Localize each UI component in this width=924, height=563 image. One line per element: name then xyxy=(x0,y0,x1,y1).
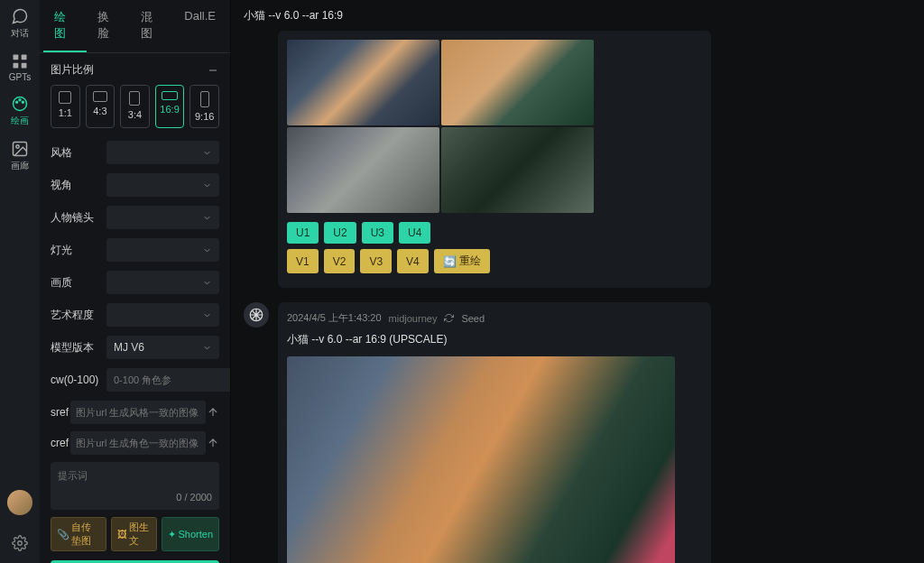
u1-button[interactable]: U1 xyxy=(287,222,319,244)
gear-icon xyxy=(12,535,28,551)
portrait-select[interactable] xyxy=(106,206,219,229)
chevron-down-icon xyxy=(202,148,212,158)
image-grid xyxy=(287,40,594,213)
sref-input[interactable] xyxy=(70,401,206,424)
chevron-down-icon xyxy=(202,245,212,255)
config-panel: 绘图 换脸 混图 Dall.E 图片比例 1:1 4:3 3:4 16:9 9:… xyxy=(40,0,231,563)
svg-rect-1 xyxy=(22,55,27,60)
style-select[interactable] xyxy=(106,141,219,164)
redraw-button[interactable]: 🔄 重绘 xyxy=(434,249,490,273)
cref-upload[interactable] xyxy=(206,431,219,455)
upload-icon xyxy=(207,406,219,419)
svg-rect-2 xyxy=(13,63,18,69)
refresh-icon[interactable] xyxy=(444,313,454,323)
user-avatar[interactable] xyxy=(7,490,32,515)
u2-button[interactable]: U2 xyxy=(324,222,356,244)
rail-gpts[interactable]: GPTs xyxy=(9,52,31,82)
chat-area: 小猫 --v 6.0 --ar 16:9 U1 U2 U3 U4 xyxy=(231,0,924,563)
minus-icon[interactable] xyxy=(207,64,219,77)
chevron-down-icon xyxy=(202,310,212,320)
upscaled-image[interactable] xyxy=(287,356,675,563)
img2text-chip[interactable]: 🖼图生文 xyxy=(111,517,157,551)
char-counter: 0 / 2000 xyxy=(58,492,212,503)
svg-point-10 xyxy=(18,541,23,546)
gen-image-3[interactable] xyxy=(287,127,439,213)
rail-gallery[interactable]: 画廊 xyxy=(11,140,29,172)
chevron-down-icon xyxy=(202,278,212,288)
ratio-4-3[interactable]: 4:3 xyxy=(86,85,116,128)
prompt-box: 0 / 2000 xyxy=(51,462,219,510)
upload-icon xyxy=(207,437,219,449)
settings-button[interactable] xyxy=(12,535,28,554)
message-grid: U1 U2 U3 U4 V1 V2 V3 V4 🔄 重绘 xyxy=(244,31,911,288)
cw-input[interactable] xyxy=(106,368,230,392)
v1-button[interactable]: V1 xyxy=(287,249,319,273)
v2-button[interactable]: V2 xyxy=(324,249,356,273)
svg-rect-0 xyxy=(13,55,18,60)
svg-rect-3 xyxy=(22,63,27,69)
ratio-1-1[interactable]: 1:1 xyxy=(51,85,80,128)
svg-point-5 xyxy=(16,101,18,103)
ratio-9-16[interactable]: 9:16 xyxy=(189,85,219,128)
gen-image-4[interactable] xyxy=(441,127,594,213)
chat-icon xyxy=(11,7,29,25)
mode-tabs: 绘图 换脸 混图 Dall.E xyxy=(40,0,230,53)
angle-select[interactable] xyxy=(106,173,219,197)
chevron-down-icon xyxy=(202,213,212,223)
tab-draw[interactable]: 绘图 xyxy=(43,0,87,52)
quality-select[interactable] xyxy=(106,271,219,294)
upload-ref-chip[interactable]: 📎自传垫图 xyxy=(51,517,106,551)
msg-time: 2024/4/5 上午1:43:20 xyxy=(287,311,382,325)
chat-header: 小猫 --v 6.0 --ar 16:9 xyxy=(231,0,924,31)
svg-point-9 xyxy=(16,145,19,148)
message-upscale: 2024/4/5 上午1:43:20 midjourney Seed 小猫 --… xyxy=(244,302,911,563)
bot-avatar xyxy=(244,302,269,328)
cref-input[interactable] xyxy=(70,431,206,455)
ratio-label: 图片比例 xyxy=(51,62,94,78)
rail-chat[interactable]: 对话 xyxy=(11,7,29,40)
seed-link[interactable]: Seed xyxy=(461,313,485,324)
chevron-down-icon xyxy=(202,343,212,353)
sref-upload[interactable] xyxy=(206,401,219,424)
palette-icon xyxy=(11,95,29,113)
image-icon xyxy=(11,140,29,158)
tab-mix[interactable]: 混图 xyxy=(130,0,173,52)
art-select[interactable] xyxy=(106,303,219,327)
rail-draw[interactable]: 绘画 xyxy=(11,95,29,127)
gen-image-2[interactable] xyxy=(441,40,594,125)
u4-button[interactable]: U4 xyxy=(399,222,430,244)
model-select[interactable]: MJ V6 xyxy=(106,336,219,359)
light-select[interactable] xyxy=(106,238,219,262)
shorten-chip[interactable]: ✦Shorten xyxy=(162,517,219,551)
tab-dalle[interactable]: Dall.E xyxy=(173,0,226,52)
u3-button[interactable]: U3 xyxy=(362,222,393,244)
svg-point-6 xyxy=(19,99,21,101)
openai-icon xyxy=(248,307,264,323)
grid-icon xyxy=(11,52,29,70)
upscale-title: 小猫 --v 6.0 --ar 16:9 (UPSCALE) xyxy=(287,332,702,347)
v3-button[interactable]: V3 xyxy=(360,249,392,273)
left-rail: 对话 GPTs 绘画 画廊 xyxy=(0,0,40,563)
prompt-input[interactable] xyxy=(58,469,212,485)
svg-point-7 xyxy=(22,101,23,103)
v4-button[interactable]: V4 xyxy=(397,249,429,273)
tab-face[interactable]: 换脸 xyxy=(87,0,130,52)
chevron-down-icon xyxy=(202,180,212,190)
ratio-3-4[interactable]: 3:4 xyxy=(120,85,150,128)
gen-image-1[interactable] xyxy=(287,40,439,125)
msg-engine: midjourney xyxy=(389,313,438,324)
ratio-16-9[interactable]: 16:9 xyxy=(155,85,185,128)
